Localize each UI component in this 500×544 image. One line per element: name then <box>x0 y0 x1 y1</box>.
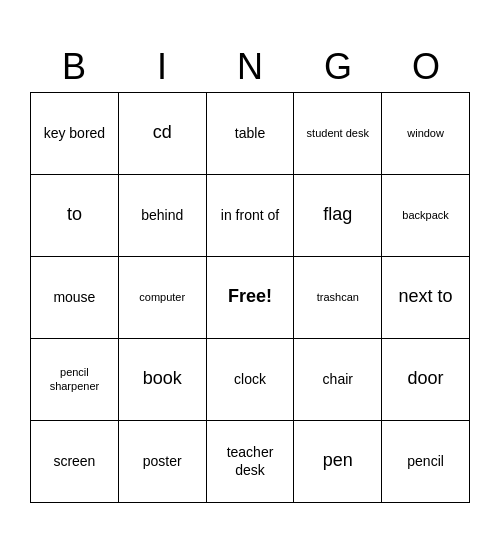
bingo-cell-3: student desk <box>294 93 382 175</box>
bingo-cell-7: in front of <box>207 175 295 257</box>
bingo-header: BINGO <box>30 42 470 92</box>
bingo-cell-10: mouse <box>31 257 119 339</box>
bingo-cell-13: trashcan <box>294 257 382 339</box>
bingo-cell-23: pen <box>294 421 382 503</box>
bingo-cell-0: key bored <box>31 93 119 175</box>
bingo-cell-5: to <box>31 175 119 257</box>
header-letter-i: I <box>118 42 206 92</box>
bingo-cell-1: cd <box>119 93 207 175</box>
bingo-cell-8: flag <box>294 175 382 257</box>
bingo-card: BINGO key boredcdtablestudent deskwindow… <box>20 32 480 513</box>
header-letter-b: B <box>30 42 118 92</box>
header-letter-n: N <box>206 42 294 92</box>
bingo-cell-6: behind <box>119 175 207 257</box>
bingo-cell-24: pencil <box>382 421 470 503</box>
bingo-cell-21: poster <box>119 421 207 503</box>
bingo-cell-16: book <box>119 339 207 421</box>
bingo-grid: key boredcdtablestudent deskwindowtobehi… <box>30 92 470 503</box>
bingo-cell-9: backpack <box>382 175 470 257</box>
bingo-cell-19: door <box>382 339 470 421</box>
bingo-cell-17: clock <box>207 339 295 421</box>
bingo-cell-12: Free! <box>207 257 295 339</box>
header-letter-g: G <box>294 42 382 92</box>
bingo-cell-15: pencil sharpener <box>31 339 119 421</box>
bingo-cell-11: computer <box>119 257 207 339</box>
bingo-cell-14: next to <box>382 257 470 339</box>
bingo-cell-2: table <box>207 93 295 175</box>
bingo-cell-4: window <box>382 93 470 175</box>
bingo-cell-18: chair <box>294 339 382 421</box>
bingo-cell-20: screen <box>31 421 119 503</box>
header-letter-o: O <box>382 42 470 92</box>
bingo-cell-22: teacher desk <box>207 421 295 503</box>
